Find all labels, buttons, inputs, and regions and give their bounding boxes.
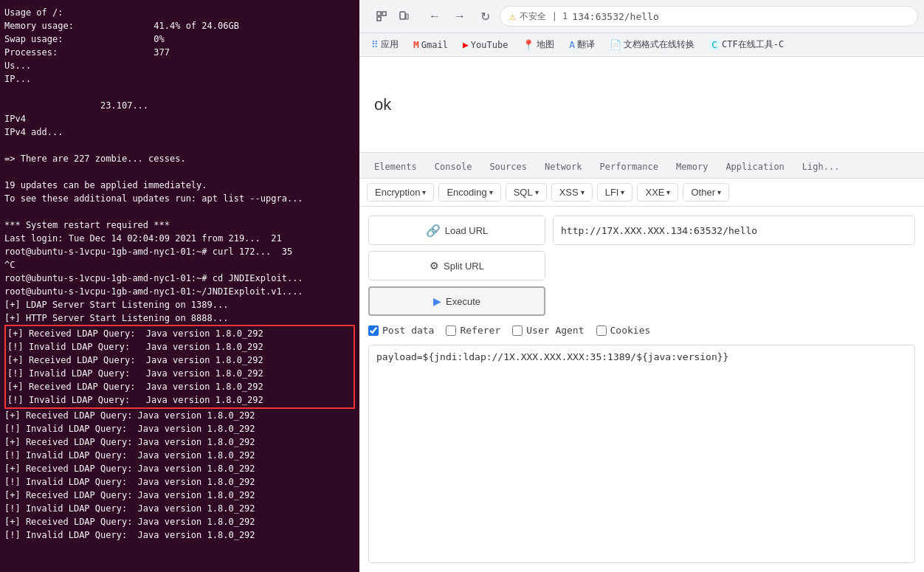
terminal-ldap-13: [+] Received LDAP Query: Java version 1.… (4, 489, 355, 502)
apps-icon: ⠿ (371, 39, 379, 50)
svg-rect-3 (400, 12, 405, 19)
tab-console[interactable]: Console (426, 157, 481, 178)
tab-network[interactable]: Network (536, 157, 591, 178)
address-bar[interactable]: ⚠ 不安全 | 1 134:63532/hello (500, 6, 918, 27)
user-agent-label: User Agent (526, 325, 584, 336)
other-arrow-icon: ▾ (717, 188, 721, 196)
terminal-panel: Usage of /: Memory usage: 41.4% of 24.06… (0, 0, 359, 572)
translate-icon: A (569, 39, 575, 50)
sql-label: SQL (514, 187, 533, 198)
encoding-button[interactable]: Encoding ▾ (438, 183, 500, 201)
user-agent-checkbox-label[interactable]: User Agent (512, 325, 584, 336)
terminal-line-4: Processes: 377 (4, 46, 355, 59)
user-agent-checkbox[interactable] (512, 325, 523, 336)
terminal-line-7: 23.107... (4, 99, 355, 112)
referer-checkbox-label[interactable]: Referer (446, 325, 500, 336)
terminal-line-8: IPv4 (4, 112, 355, 125)
encryption-arrow-icon: ▾ (422, 188, 426, 196)
xss-label: XSS (559, 187, 579, 198)
url-input-field[interactable] (553, 216, 915, 245)
bookmark-ctf[interactable]: C CTF在线工具-C (703, 37, 790, 52)
terminal-ldap-7: [+] Received LDAP Query: Java version 1.… (4, 409, 355, 422)
tab-memory[interactable]: Memory (667, 157, 717, 178)
maps-icon: 📍 (523, 39, 534, 50)
bookmark-youtube[interactable]: ▶ YouTube (457, 38, 514, 52)
bookmark-maps[interactable]: 📍 地图 (517, 37, 560, 52)
terminal-ldap-12: [!] Invalid LDAP Query: Java version 1.8… (4, 475, 355, 489)
xxe-button[interactable]: XXE ▾ (637, 183, 678, 201)
terminal-ldap-5: [+] Received LDAP Query: Java version 1.… (7, 380, 352, 393)
sql-button[interactable]: SQL ▾ (506, 183, 547, 201)
ctf-icon: C (709, 39, 720, 50)
terminal-line-17: root@ubuntu-s-1vcpu-1gb-amd-nyc1-01:~# c… (4, 272, 355, 285)
referer-checkbox[interactable] (446, 325, 456, 336)
load-url-button[interactable]: 🔗 Load URL (368, 216, 545, 245)
terminal-line-2: Memory usage: 41.4% of 24.06GB (4, 19, 355, 32)
terminal-line-blank1 (4, 86, 355, 99)
terminal-highlight-block: [+] Received LDAP Query: Java version 1.… (4, 325, 355, 409)
terminal-line-blank3 (4, 165, 355, 179)
lfi-button[interactable]: LFI ▾ (597, 183, 633, 201)
page-text: ok (374, 95, 391, 114)
tab-sources[interactable]: Sources (480, 157, 536, 178)
tab-elements[interactable]: Elements (365, 157, 426, 178)
terminal-ldap-1: [+] Received LDAP Query: Java version 1.… (7, 327, 352, 340)
terminal-line-3: Swap usage: 0% (4, 32, 355, 46)
terminal-line-18: root@ubuntu-s-1vcpu-1gb-amd-nyc1-01:~/JN… (4, 285, 355, 298)
encryption-button[interactable]: Encryption ▾ (367, 183, 434, 201)
terminal-ldap-14: [!] Invalid LDAP Query: Java version 1.8… (4, 502, 355, 515)
svg-rect-1 (382, 12, 386, 15)
cookies-checkbox[interactable] (596, 325, 607, 336)
inspect-element-btn[interactable] (371, 6, 392, 27)
terminal-line-10: => There are 227 zombie... cesses. (4, 152, 355, 165)
bookmark-apps[interactable]: ⠿ 应用 (365, 37, 404, 52)
bookmarks-bar: ⠿ 应用 M Gmail ▶ YouTube 📍 地图 A 翻译 📄 文档格式在… (359, 33, 924, 57)
cookies-checkbox-label[interactable]: Cookies (596, 325, 651, 336)
cookies-label: Cookies (610, 325, 651, 336)
devtools-icon-bar (365, 3, 420, 30)
bookmark-docconvert[interactable]: 📄 文档格式在线转换 (604, 37, 700, 52)
terminal-line-13: *** System restart required *** (4, 218, 355, 232)
split-url-button[interactable]: ⚙ Split URL (368, 251, 545, 280)
bookmark-gmail[interactable]: M Gmail (407, 38, 454, 52)
terminal-line-20: [+] HTTP Server Start Listening on 8888.… (4, 311, 355, 325)
execute-icon: ▶ (433, 295, 441, 307)
svg-rect-2 (377, 17, 381, 21)
sql-arrow-icon: ▾ (535, 188, 539, 196)
tab-application[interactable]: Application (717, 157, 793, 178)
doc-icon: 📄 (610, 39, 621, 50)
xss-button[interactable]: XSS ▾ (551, 183, 593, 201)
forward-button[interactable]: → (449, 6, 470, 27)
lfi-arrow-icon: ▾ (621, 188, 624, 196)
terminal-line-1: Usage of /: (4, 6, 355, 19)
split-url-label: Split URL (444, 261, 484, 272)
execute-label: Execute (446, 296, 480, 307)
payload-textarea[interactable] (368, 345, 915, 563)
devtools-content: Encryption ▾ Encoding ▾ SQL ▾ XSS ▾ LFI (359, 179, 924, 572)
other-label: Other (691, 187, 715, 198)
terminal-ldap-16: [!] Invalid LDAP Query: Java version 1.8… (4, 528, 355, 542)
browser-toolbar: ← → ↻ ⚠ 不安全 | 1 134:63532/hello (359, 0, 924, 33)
post-data-checkbox-label[interactable]: Post data (368, 325, 434, 336)
terminal-ldap-9: [+] Received LDAP Query: Java version 1.… (4, 435, 355, 449)
terminal-ldap-10: [!] Invalid LDAP Query: Java version 1.8… (4, 449, 355, 462)
link-icon: 🔗 (426, 224, 441, 238)
terminal-line-blank4 (4, 205, 355, 218)
other-button[interactable]: Other ▾ (683, 183, 729, 201)
bookmark-translate[interactable]: A 翻译 (563, 37, 601, 52)
terminal-line-14: Last login: Tue Dec 14 02:04:09 2021 fro… (4, 232, 355, 245)
devtools-panel: Elements Console Sources Network Perform… (359, 153, 924, 572)
device-mode-btn[interactable] (393, 6, 414, 27)
terminal-ldap-3: [+] Received LDAP Query: Java version 1.… (7, 354, 352, 367)
tab-performance[interactable]: Performance (591, 157, 667, 178)
encryption-label: Encryption (375, 187, 420, 198)
browser-panel: ← → ↻ ⚠ 不安全 | 1 134:63532/hello ⠿ 应用 M G… (359, 0, 924, 572)
refresh-button[interactable]: ↻ (475, 6, 495, 27)
back-button[interactable]: ← (424, 6, 445, 27)
terminal-line-9: IPv4 add... (4, 125, 355, 139)
load-url-label: Load URL (445, 225, 489, 236)
execute-button[interactable]: ▶ Execute (368, 286, 545, 316)
post-data-checkbox[interactable] (368, 325, 379, 336)
tab-lighthouse[interactable]: Ligh... (793, 157, 849, 178)
execute-row: ▶ Execute (368, 286, 915, 316)
